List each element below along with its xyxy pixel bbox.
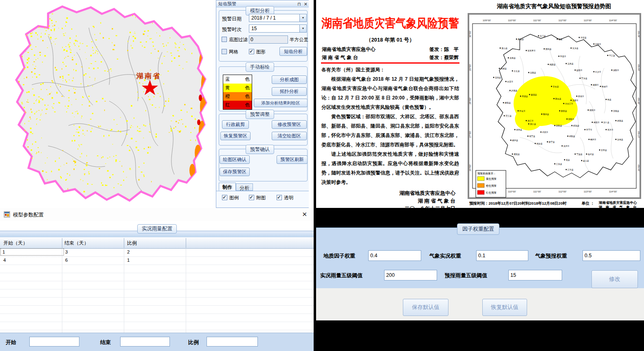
confirm-draw-area-button[interactable]: 绘图区确认	[220, 155, 250, 164]
app-screen: 湖南省 短临预警 ⊓ ✕ 模型分析 预警日期 2018 / 7 / 1 ▼ 预警…	[0, 0, 644, 351]
close-icon[interactable]: ✕	[304, 1, 308, 7]
cell-r2-end[interactable]: 6	[64, 257, 69, 263]
cell-r1-ratio[interactable]: 2	[125, 249, 131, 255]
color-item-red[interactable]: 红色	[223, 101, 252, 109]
clear-draw-area-button[interactable]: 清空绘图区	[272, 132, 307, 140]
live-weather-weight-input[interactable]	[476, 250, 528, 261]
svg-text:110°00′: 110°00′	[508, 19, 517, 22]
warning-date-label: 预警日期	[222, 15, 242, 22]
svg-text:炎陵县: 炎陵县	[617, 119, 623, 122]
svg-text:邵阳市: 邵阳市	[568, 118, 574, 121]
analysis-to-map-button[interactable]: 分析成图	[272, 75, 307, 84]
svg-text:洞口县: 洞口县	[530, 123, 536, 126]
live-rain-threshold-input[interactable]	[384, 270, 437, 280]
model-parameter-dialog: 模型参数配置 ✕ 实况雨量配置 开始（天） 结束（天） 比例 1 3 2 4 6…	[0, 208, 314, 351]
svg-text:芷江县: 芷江县	[506, 115, 512, 117]
admin-clip-button[interactable]: 行政裁剪	[222, 120, 249, 129]
filter-area-input[interactable]	[249, 35, 288, 44]
svg-text:长沙市: 长沙市	[595, 71, 601, 73]
trend-map: 湖南省地质灾害气象风险短临预警预报趋势图 109°00′109°00′110°0…	[464, 0, 644, 212]
color-item-blue[interactable]: 蓝色	[223, 75, 252, 84]
svg-text:桑植县: 桑植县	[518, 38, 524, 41]
svg-text:113°00′: 113°00′	[584, 19, 592, 22]
svg-text:江华县: 江华县	[567, 168, 574, 171]
svg-text:宁远县: 宁远县	[576, 153, 582, 155]
svg-text:溆浦县: 溆浦县	[531, 93, 537, 96]
cell-r2-ratio[interactable]: 1	[125, 257, 131, 263]
svg-text:宁乡县: 宁乡县	[581, 77, 587, 79]
document-paragraph-1: 根据湖南省气象台 2018 年 12 月 7 日短期气象预报情况，湖南省地质灾害…	[321, 75, 459, 112]
svg-text:祁阳县: 祁阳县	[569, 135, 575, 138]
svg-text:通道县: 通道县	[514, 153, 520, 155]
table-body[interactable]: 1 3 2 4 6 1	[0, 249, 314, 333]
color-item-orange[interactable]: 橙色	[223, 92, 252, 101]
legend-label: 图例	[229, 195, 239, 201]
modify-warning-area-button[interactable]: 修改预警区	[272, 120, 307, 129]
save-defaults-button[interactable]: 保存默认值	[403, 299, 448, 316]
svg-text:临武县: 临武县	[588, 153, 594, 155]
cell-r1-start[interactable]: 1	[1, 249, 64, 255]
attach-map-checkbox[interactable]	[249, 195, 254, 200]
svg-text:29°00′: 29°00′	[469, 64, 471, 71]
tab-analyze[interactable]: 分析	[236, 183, 253, 191]
short-term-analyze-button[interactable]: 短临分析	[279, 47, 307, 56]
tab-make[interactable]: 制作	[219, 183, 236, 191]
cell-r1-end[interactable]: 3	[64, 249, 69, 255]
cell-r2-start[interactable]: 4	[2, 257, 7, 263]
svg-text:预报时间：2018年12月07日20时到2018年12月08: 预报时间：2018年12月07日20时到2018年12月08日20时	[469, 201, 567, 205]
svg-text:28°00′: 28°00′	[637, 97, 640, 104]
chevron-down-icon[interactable]: ▼	[299, 14, 306, 22]
ratio-input[interactable]	[207, 337, 258, 347]
modify-button[interactable]: 修改	[591, 270, 638, 288]
add-result-button[interactable]: 添加分析结果到绘区	[254, 99, 308, 107]
column-ratio[interactable]: 比例	[127, 240, 137, 247]
transparent-checkbox[interactable]	[277, 195, 282, 200]
close-icon[interactable]: ✕	[302, 211, 307, 218]
risk-map-canvas[interactable]: 湖南省	[0, 0, 216, 208]
svg-text:汉寿县: 汉寿县	[567, 62, 574, 65]
svg-text:湖南省地质灾害应急中心: 湖南省地质灾害应急中心	[598, 201, 637, 205]
svg-text:冷水江市: 冷水江市	[565, 102, 573, 105]
color-item-yellow[interactable]: 黄色	[223, 84, 252, 92]
geo-weight-input[interactable]	[368, 250, 421, 261]
topology-analysis-button[interactable]: 拓扑分析	[272, 87, 307, 96]
svg-text:祁东县: 祁东县	[573, 124, 579, 127]
panel-gap	[309, 0, 314, 208]
pin-icon[interactable]: ⊓	[297, 1, 301, 7]
chevron-down-icon[interactable]: ▼	[299, 25, 306, 32]
svg-text:隆回县: 隆回县	[543, 113, 549, 116]
refresh-warning-area-button[interactable]: 预警区刷新	[277, 155, 308, 164]
document-salutation: 各有关市（州）国土资源局：	[321, 65, 459, 75]
basemap-filter-checkbox[interactable]	[222, 37, 227, 42]
svg-text:湘潭市: 湘潭市	[593, 84, 599, 86]
end-input[interactable]	[120, 337, 170, 347]
svg-text:麻阳县: 麻阳县	[505, 102, 511, 104]
color-list: 蓝色 黄色 橙色 红色	[223, 75, 252, 110]
svg-text:道县: 道县	[566, 159, 570, 161]
forecast-weight-input[interactable]	[582, 250, 640, 261]
svg-text:30°00′: 30°00′	[637, 30, 640, 38]
start-input[interactable]	[29, 337, 79, 347]
short-term-warning-panel: 短临预警 ⊓ ✕ 模型分析 预警日期 2018 / 7 / 1 ▼ 预警时次 1…	[216, 0, 310, 208]
svg-text:蓝山县: 蓝山县	[583, 159, 589, 162]
document-paragraph-2: 黄色预警区域：邵阳市双清区、大祥区、北塔区、邵东县西部、新邵县、邵阳县、隆回县、…	[321, 112, 459, 150]
forecast-rain-threshold-input[interactable]	[508, 270, 562, 280]
shape-checkbox[interactable]	[249, 49, 254, 54]
svg-text:常宁市: 常宁市	[586, 128, 592, 131]
warning-date-combobox[interactable]: 2018 / 7 / 1 ▼	[249, 14, 307, 22]
column-start-days[interactable]: 开始（天）	[3, 240, 28, 247]
dialog-titlebar[interactable]: 模型参数配置 ✕	[0, 208, 314, 221]
factor-weight-panel: 地质因子权重 气象实况权重 气象预报权重 实况雨量五级阈值 预报雨量五级阈值 修…	[316, 227, 644, 289]
svg-text:绥宁县: 绥宁县	[529, 135, 535, 137]
column-end-days[interactable]: 结束（天）	[64, 240, 89, 247]
legend-checkbox[interactable]	[222, 195, 227, 200]
warning-time-combobox[interactable]: 15 ▼	[249, 24, 307, 33]
restore-defaults-button[interactable]: 恢复默认值	[482, 299, 527, 316]
svg-text:橙色预警: 橙色预警	[486, 184, 497, 188]
factor-weight-group-label: 因子权重配置	[457, 223, 499, 235]
document-signers: 签发：陈 平 签发：蔡荣辉	[429, 45, 459, 62]
save-warning-area-button[interactable]: 保存预警区	[220, 168, 250, 176]
grid-checkbox[interactable]	[222, 49, 227, 54]
restore-warning-area-button[interactable]: 恢复预警区	[220, 132, 251, 140]
forecast-weight-label: 气象预报权重	[535, 252, 567, 260]
